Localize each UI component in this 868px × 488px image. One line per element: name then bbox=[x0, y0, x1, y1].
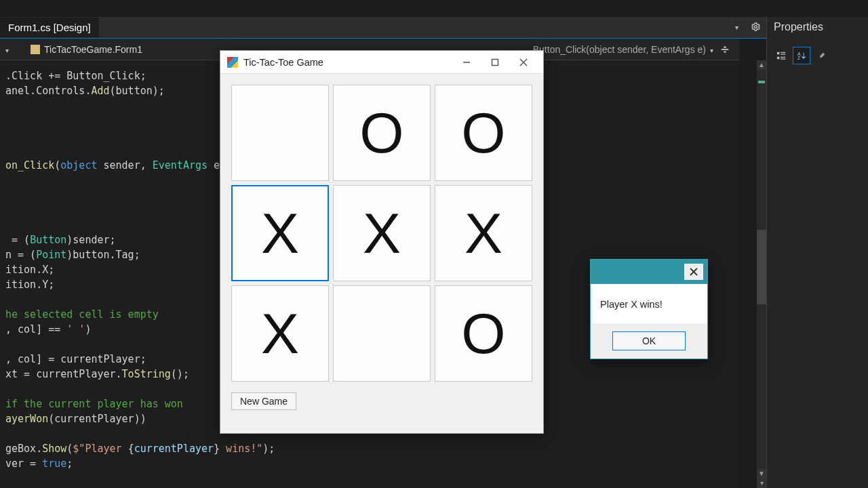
messagebox-ok-button[interactable]: OK bbox=[612, 331, 686, 350]
member-dropdown-icon[interactable] bbox=[710, 44, 713, 55]
messagebox-titlebar[interactable] bbox=[591, 260, 707, 284]
svg-rect-11 bbox=[492, 59, 498, 65]
svg-text:Z: Z bbox=[797, 56, 801, 60]
svg-rect-7 bbox=[781, 58, 785, 59]
board-cell-8[interactable]: O bbox=[435, 285, 532, 382]
game-board: OOXXXXO bbox=[220, 74, 543, 392]
svg-rect-6 bbox=[781, 57, 785, 58]
class-icon bbox=[31, 45, 40, 54]
active-document-tab[interactable]: Form1.cs [Design] bbox=[0, 18, 99, 37]
board-cell-7[interactable] bbox=[333, 285, 431, 382]
window-titlebar[interactable]: Tic-Tac-Toe Game bbox=[220, 51, 543, 74]
new-game-button[interactable]: New Game bbox=[231, 392, 296, 410]
properties-panel-title: Properties bbox=[767, 17, 868, 40]
scroll-options-icon[interactable]: ▾ bbox=[757, 479, 766, 488]
split-editor-icon[interactable] bbox=[717, 42, 732, 57]
properties-panel: Properties AZ bbox=[766, 17, 868, 488]
tab-bar-extras bbox=[729, 19, 763, 34]
scrollbar-thumb[interactable] bbox=[757, 230, 766, 304]
messagebox: Player X wins! OK bbox=[590, 259, 708, 359]
scope-dropdown[interactable] bbox=[5, 44, 9, 55]
messagebox-close-button[interactable] bbox=[684, 264, 703, 280]
window-title: Tic-Tac-Toe Game bbox=[243, 57, 452, 68]
board-cell-6[interactable]: X bbox=[231, 285, 329, 382]
alphabetical-view-icon[interactable]: AZ bbox=[793, 47, 810, 64]
app-icon bbox=[227, 57, 238, 68]
board-cell-1[interactable]: O bbox=[333, 85, 431, 181]
board-cell-0[interactable] bbox=[231, 85, 329, 181]
board-cell-5[interactable]: X bbox=[435, 185, 532, 281]
board-cell-4[interactable]: X bbox=[333, 185, 431, 281]
tictactoe-window: Tic-Tac-Toe Game OOXXXXO New Game bbox=[220, 50, 544, 434]
board-cell-3[interactable]: X bbox=[231, 185, 329, 281]
svg-rect-1 bbox=[722, 49, 729, 50]
svg-rect-2 bbox=[777, 52, 780, 55]
tab-overflow-dropdown-icon[interactable] bbox=[729, 19, 744, 34]
class-breadcrumb[interactable]: TicTacToeGame.Form1 bbox=[44, 44, 142, 55]
gear-icon[interactable] bbox=[748, 19, 763, 34]
editor-scrollbar[interactable]: ▲ ▼ ▾ bbox=[757, 60, 766, 488]
svg-point-0 bbox=[754, 25, 757, 28]
close-button[interactable] bbox=[509, 51, 538, 74]
categorized-view-icon[interactable] bbox=[772, 47, 790, 64]
svg-rect-3 bbox=[781, 52, 785, 53]
scroll-down-arrow-icon[interactable]: ▼ bbox=[757, 469, 766, 479]
svg-rect-4 bbox=[781, 54, 785, 54]
messagebox-text: Player X wins! bbox=[591, 284, 707, 323]
property-pages-icon[interactable] bbox=[813, 47, 831, 64]
member-breadcrumb[interactable]: Button_Click(object sender, EventArgs e) bbox=[533, 44, 706, 55]
minimize-button[interactable] bbox=[452, 51, 481, 74]
scroll-up-arrow-icon[interactable]: ▲ bbox=[757, 60, 766, 70]
board-cell-2[interactable]: O bbox=[435, 85, 532, 181]
maximize-button[interactable] bbox=[481, 51, 509, 74]
svg-rect-5 bbox=[777, 57, 780, 60]
